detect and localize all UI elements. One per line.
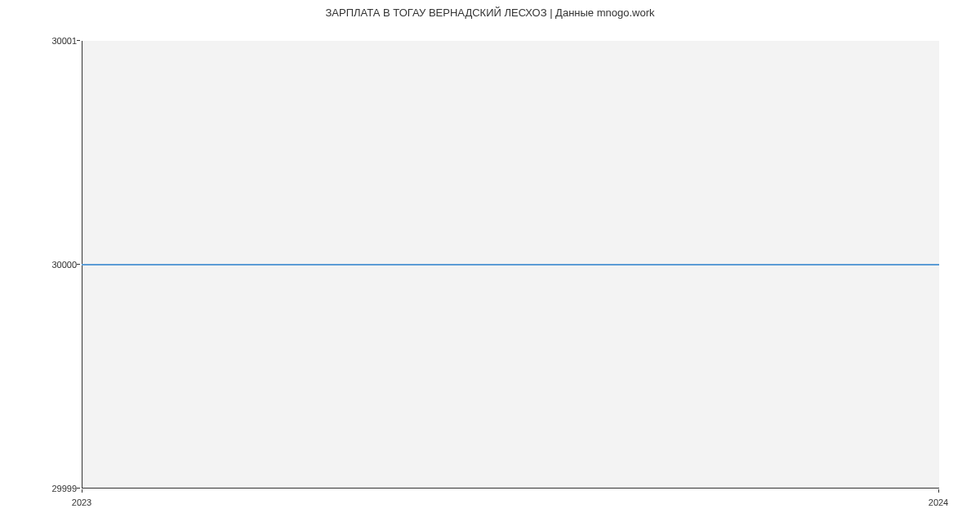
x-axis-label: 2023 — [72, 498, 91, 507]
x-axis-tick — [938, 489, 939, 493]
chart-container: ЗАРПЛАТА В ТОГАУ ВЕРНАДСКИЙ ЛЕСХОЗ | Дан… — [0, 0, 980, 531]
y-axis-tick — [77, 264, 80, 265]
y-axis-label: 29999 — [51, 484, 77, 493]
y-axis-label: 30000 — [51, 260, 77, 270]
x-axis-label: 2024 — [929, 498, 948, 507]
y-axis-tick — [77, 488, 80, 489]
chart-title: ЗАРПЛАТА В ТОГАУ ВЕРНАДСКИЙ ЛЕСХОЗ | Дан… — [0, 7, 980, 19]
x-axis-tick — [82, 489, 82, 493]
data-line — [82, 264, 939, 266]
y-axis-tick — [77, 40, 80, 41]
y-axis-label: 30001 — [51, 36, 77, 46]
